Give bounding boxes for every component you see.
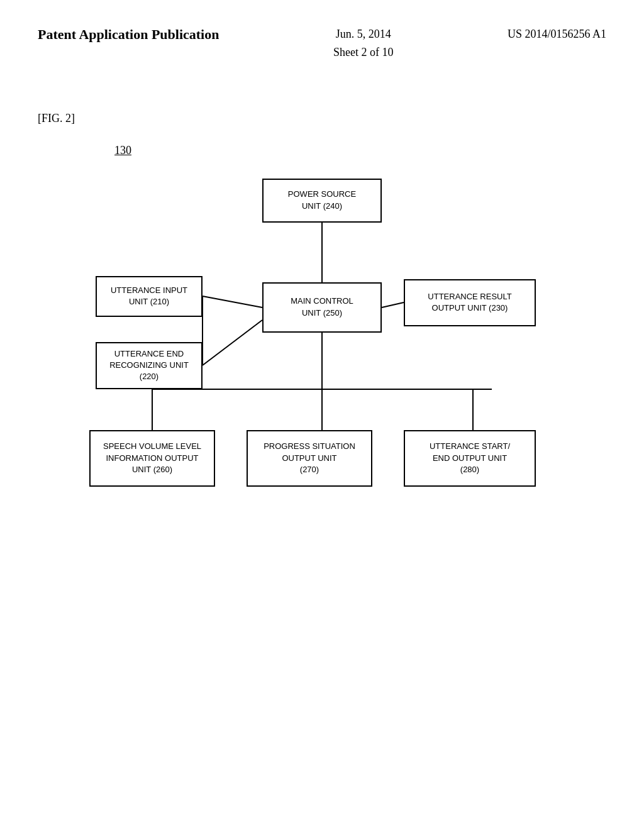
header: Patent Application Publication Jun. 5, 2… [0,0,644,74]
main-control-unit: MAIN CONTROL UNIT (250) [262,282,382,333]
power-source-unit: POWER SOURCE UNIT (240) [262,179,382,223]
utterance-end-unit: UTTERANCE END RECOGNIZING UNIT (220) [96,342,203,389]
page: Patent Application Publication Jun. 5, 2… [0,0,644,830]
speech-volume-unit: SPEECH VOLUME LEVEL INFORMATION OUTPUT U… [89,430,215,487]
publication-date: Jun. 5, 2014 [336,28,391,40]
header-center: Jun. 5, 2014 Sheet 2 of 10 [333,25,393,62]
publication-title: Patent Application Publication [38,25,219,45]
diagram-ref-number: 130 [114,144,131,157]
sheet-info: Sheet 2 of 10 [333,46,393,58]
diagram-area: [FIG. 2] 130 [0,74,644,597]
svg-line-3 [382,302,404,307]
progress-situation-unit: PROGRESS SITUATION OUTPUT UNIT (270) [247,430,372,487]
svg-line-2 [203,320,262,365]
utterance-result-unit: UTTERANCE RESULT OUTPUT UNIT (230) [404,279,536,326]
fig-label: [FIG. 2] [38,112,606,125]
utterance-input-unit: UTTERANCE INPUT UNIT (210) [96,276,203,317]
svg-line-1 [203,296,262,307]
patent-number: US 2014/0156256 A1 [508,25,606,43]
utterance-start-end-unit: UTTERANCE START/ END OUTPUT UNIT (280) [404,430,536,487]
diagram-container: 130 [77,144,567,572]
